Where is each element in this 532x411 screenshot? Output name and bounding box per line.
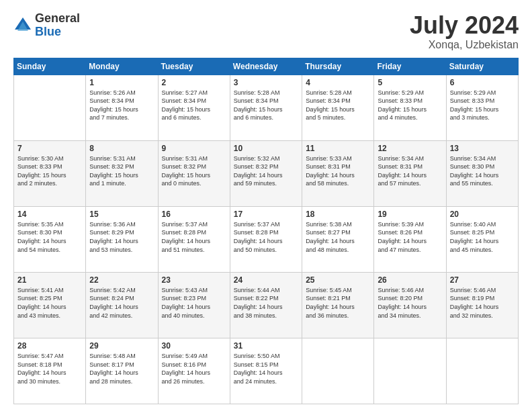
day-info: Sunrise: 5:29 AM Sunset: 8:33 PM Dayligh…	[378, 89, 442, 122]
day-number: 13	[450, 144, 515, 153]
day-number: 28	[17, 341, 82, 351]
calendar-cell: 19Sunrise: 5:39 AM Sunset: 8:26 PM Dayli…	[374, 206, 446, 272]
day-number: 17	[234, 210, 298, 219]
calendar-cell: 12Sunrise: 5:34 AM Sunset: 8:31 PM Dayli…	[374, 140, 446, 206]
day-number: 22	[89, 275, 154, 285]
day-info: Sunrise: 5:46 AM Sunset: 8:20 PM Dayligh…	[378, 286, 442, 320]
day-number: 29	[89, 341, 154, 351]
day-info: Sunrise: 5:31 AM Sunset: 8:32 PM Dayligh…	[162, 154, 226, 188]
col-saturday: Saturday	[446, 58, 518, 75]
day-info: Sunrise: 5:43 AM Sunset: 8:23 PM Dayligh…	[162, 286, 226, 320]
day-info: Sunrise: 5:30 AM Sunset: 8:33 PM Dayligh…	[17, 154, 82, 188]
day-number: 14	[17, 210, 82, 219]
col-thursday: Thursday	[302, 58, 374, 75]
day-info: Sunrise: 5:34 AM Sunset: 8:31 PM Dayligh…	[378, 154, 442, 188]
day-info: Sunrise: 5:29 AM Sunset: 8:33 PM Dayligh…	[450, 89, 515, 122]
header: General Blue July 2024 Xonqa, Uzbekistan	[13, 12, 519, 51]
calendar-cell: 31Sunrise: 5:50 AM Sunset: 8:15 PM Dayli…	[230, 338, 302, 404]
calendar-cell: 10Sunrise: 5:32 AM Sunset: 8:32 PM Dayli…	[230, 140, 302, 206]
calendar-cell: 25Sunrise: 5:45 AM Sunset: 8:21 PM Dayli…	[302, 272, 374, 338]
logo-general: General	[35, 12, 80, 26]
day-info: Sunrise: 5:47 AM Sunset: 8:18 PM Dayligh…	[17, 352, 82, 385]
calendar-week-4: 21Sunrise: 5:41 AM Sunset: 8:25 PM Dayli…	[14, 272, 519, 338]
day-number: 24	[234, 275, 298, 285]
day-info: Sunrise: 5:32 AM Sunset: 8:32 PM Dayligh…	[234, 154, 298, 188]
day-number: 1	[89, 78, 154, 87]
calendar-cell: 30Sunrise: 5:49 AM Sunset: 8:16 PM Dayli…	[158, 338, 230, 404]
calendar-cell: 3Sunrise: 5:28 AM Sunset: 8:34 PM Daylig…	[230, 75, 302, 140]
logo-blue: Blue	[35, 26, 80, 39]
day-info: Sunrise: 5:28 AM Sunset: 8:34 PM Dayligh…	[234, 89, 298, 122]
day-info: Sunrise: 5:37 AM Sunset: 8:28 PM Dayligh…	[162, 220, 226, 254]
day-info: Sunrise: 5:41 AM Sunset: 8:25 PM Dayligh…	[17, 286, 82, 320]
day-number: 18	[306, 210, 370, 219]
day-number: 12	[378, 144, 442, 153]
calendar-cell: 20Sunrise: 5:40 AM Sunset: 8:25 PM Dayli…	[446, 206, 518, 272]
day-number: 25	[306, 275, 370, 285]
col-tuesday: Tuesday	[158, 58, 230, 75]
month-title: July 2024	[410, 12, 519, 39]
day-number: 23	[162, 275, 226, 285]
day-info: Sunrise: 5:39 AM Sunset: 8:26 PM Dayligh…	[378, 220, 442, 254]
day-number: 21	[17, 275, 82, 285]
calendar-cell: 21Sunrise: 5:41 AM Sunset: 8:25 PM Dayli…	[14, 272, 86, 338]
day-info: Sunrise: 5:40 AM Sunset: 8:25 PM Dayligh…	[450, 220, 515, 254]
calendar-cell: 9Sunrise: 5:31 AM Sunset: 8:32 PM Daylig…	[158, 140, 230, 206]
calendar-cell: 17Sunrise: 5:37 AM Sunset: 8:28 PM Dayli…	[230, 206, 302, 272]
calendar-cell: 5Sunrise: 5:29 AM Sunset: 8:33 PM Daylig…	[374, 75, 446, 140]
day-info: Sunrise: 5:36 AM Sunset: 8:29 PM Dayligh…	[89, 220, 154, 254]
day-number: 9	[162, 144, 226, 153]
day-info: Sunrise: 5:42 AM Sunset: 8:24 PM Dayligh…	[89, 286, 154, 320]
day-number: 26	[378, 275, 442, 285]
day-info: Sunrise: 5:49 AM Sunset: 8:16 PM Dayligh…	[162, 352, 226, 385]
col-monday: Monday	[86, 58, 158, 75]
calendar-cell: 26Sunrise: 5:46 AM Sunset: 8:20 PM Dayli…	[374, 272, 446, 338]
location: Xonqa, Uzbekistan	[410, 39, 519, 51]
calendar-week-1: 1Sunrise: 5:26 AM Sunset: 8:34 PM Daylig…	[14, 75, 519, 140]
calendar-table: Sunday Monday Tuesday Wednesday Thursday…	[13, 58, 519, 404]
calendar-cell: 14Sunrise: 5:35 AM Sunset: 8:30 PM Dayli…	[14, 206, 86, 272]
calendar-cell: 24Sunrise: 5:44 AM Sunset: 8:22 PM Dayli…	[230, 272, 302, 338]
calendar-cell: 22Sunrise: 5:42 AM Sunset: 8:24 PM Dayli…	[86, 272, 158, 338]
day-info: Sunrise: 5:44 AM Sunset: 8:22 PM Dayligh…	[234, 286, 298, 320]
day-number: 5	[378, 78, 442, 87]
calendar-cell: 1Sunrise: 5:26 AM Sunset: 8:34 PM Daylig…	[86, 75, 158, 140]
calendar-cell	[446, 338, 518, 404]
logo-text: General Blue	[35, 12, 80, 39]
calendar-header-row: Sunday Monday Tuesday Wednesday Thursday…	[14, 58, 519, 75]
day-info: Sunrise: 5:33 AM Sunset: 8:31 PM Dayligh…	[306, 154, 370, 188]
day-number: 10	[234, 144, 298, 153]
day-info: Sunrise: 5:48 AM Sunset: 8:17 PM Dayligh…	[89, 352, 154, 385]
calendar-cell: 11Sunrise: 5:33 AM Sunset: 8:31 PM Dayli…	[302, 140, 374, 206]
calendar-cell: 6Sunrise: 5:29 AM Sunset: 8:33 PM Daylig…	[446, 75, 518, 140]
day-number: 2	[162, 78, 226, 87]
col-friday: Friday	[374, 58, 446, 75]
day-number: 8	[89, 144, 154, 153]
day-number: 16	[162, 210, 226, 219]
calendar-cell	[374, 338, 446, 404]
calendar-cell: 4Sunrise: 5:28 AM Sunset: 8:34 PM Daylig…	[302, 75, 374, 140]
calendar-cell: 13Sunrise: 5:34 AM Sunset: 8:30 PM Dayli…	[446, 140, 518, 206]
calendar-cell	[14, 75, 86, 140]
day-number: 3	[234, 78, 298, 87]
day-number: 4	[306, 78, 370, 87]
calendar-week-3: 14Sunrise: 5:35 AM Sunset: 8:30 PM Dayli…	[14, 206, 519, 272]
day-info: Sunrise: 5:45 AM Sunset: 8:21 PM Dayligh…	[306, 286, 370, 320]
calendar-cell: 27Sunrise: 5:46 AM Sunset: 8:19 PM Dayli…	[446, 272, 518, 338]
calendar-cell: 16Sunrise: 5:37 AM Sunset: 8:28 PM Dayli…	[158, 206, 230, 272]
day-info: Sunrise: 5:35 AM Sunset: 8:30 PM Dayligh…	[17, 220, 82, 254]
day-number: 15	[89, 210, 154, 219]
day-info: Sunrise: 5:28 AM Sunset: 8:34 PM Dayligh…	[306, 89, 370, 122]
calendar-cell: 8Sunrise: 5:31 AM Sunset: 8:32 PM Daylig…	[86, 140, 158, 206]
calendar-cell: 18Sunrise: 5:38 AM Sunset: 8:27 PM Dayli…	[302, 206, 374, 272]
day-info: Sunrise: 5:27 AM Sunset: 8:34 PM Dayligh…	[162, 89, 226, 122]
day-number: 19	[378, 210, 442, 219]
day-number: 31	[234, 341, 298, 351]
calendar-cell: 7Sunrise: 5:30 AM Sunset: 8:33 PM Daylig…	[14, 140, 86, 206]
calendar-week-5: 28Sunrise: 5:47 AM Sunset: 8:18 PM Dayli…	[14, 338, 519, 404]
col-sunday: Sunday	[14, 58, 86, 75]
day-info: Sunrise: 5:31 AM Sunset: 8:32 PM Dayligh…	[89, 154, 154, 188]
day-number: 11	[306, 144, 370, 153]
day-info: Sunrise: 5:50 AM Sunset: 8:15 PM Dayligh…	[234, 352, 298, 385]
calendar-cell: 23Sunrise: 5:43 AM Sunset: 8:23 PM Dayli…	[158, 272, 230, 338]
